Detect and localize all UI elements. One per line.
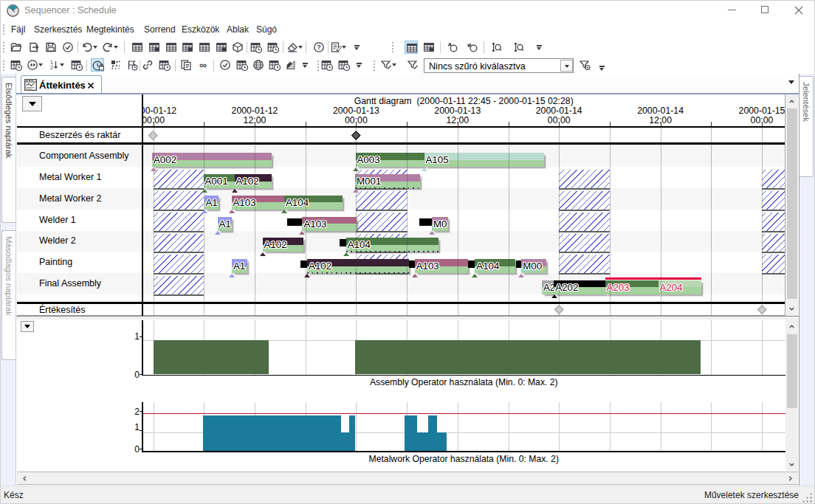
svg-text:2: 2 [50,65,53,70]
svg-text:∞: ∞ [199,59,207,71]
svg-text:1: 1 [50,60,53,65]
svg-text:?: ? [317,44,321,51]
